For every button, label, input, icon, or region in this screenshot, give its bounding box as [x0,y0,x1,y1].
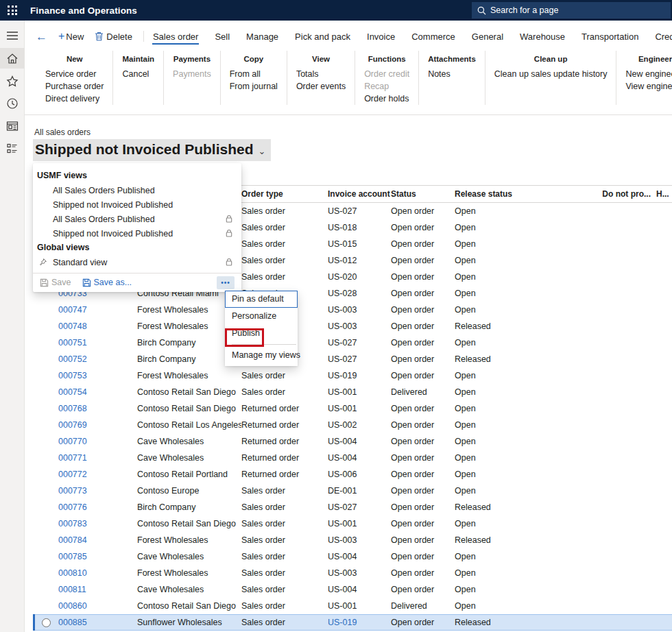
tab-sales-order[interactable]: Sales order [152,28,199,45]
ribbon-item-view-engineering-change-requests[interactable]: View engineering change requests [625,80,672,93]
column-header-do-not-pro[interactable]: Do not pro... [555,189,655,199]
tab-general[interactable]: General [471,28,504,45]
table-row[interactable]: 000751Birch CompanySales orderUS-027Open… [33,335,672,351]
table-row[interactable]: 000810Forest WholesalesSales orderUS-003… [33,565,672,581]
table-row[interactable]: 000753Forest WholesalesSales orderUS-019… [33,367,672,384]
ribbon-group-maintain: MaintainCancel [113,51,164,105]
menu-item-manage-my-views[interactable]: Manage my views [225,347,298,364]
table-row[interactable]: 000769Contoso Retail Los AngelesReturned… [33,417,672,433]
tab-sell[interactable]: Sell [214,28,230,45]
view-selector-title[interactable]: Shipped not Invoiced Published ⌄ [33,139,271,161]
table-row[interactable]: 000773Contoso EuropeSales orderDE-001Ope… [33,483,672,499]
table-row[interactable]: 000752Birch CompanySales orderUS-027Open… [33,351,672,367]
tab-warehouse[interactable]: Warehouse [519,28,566,45]
tab-transportation[interactable]: Transportation [581,28,639,45]
table-row[interactable]: 000748Forest WholesalesSales orderUS-003… [33,318,672,335]
ribbon-item-from-all[interactable]: From all [230,68,278,80]
ribbon-item-new-engineering-change-request[interactable]: New engineering change request [625,68,672,80]
view-item-all-sales-orders-published[interactable]: All Sales Orders Published [33,183,241,197]
delete-button[interactable]: Delete [95,32,132,42]
table-row[interactable]: 000860Contoso Retail San DiegoSales orde… [33,598,672,614]
home-icon[interactable] [0,48,25,69]
save-as-button[interactable]: Save as... [82,278,132,287]
order-number-link[interactable]: 000772 [58,466,137,483]
table-row[interactable]: 000772Contoso Retail PortlandReturned or… [33,466,672,483]
customer-name-cell: Cave Wholesales [137,433,241,450]
order-number-link[interactable]: 000784 [58,532,137,548]
order-number-link[interactable]: 000860 [58,598,137,614]
waffle-menu-icon[interactable] [0,0,25,21]
menu-item-personalize[interactable]: Personalize [225,308,298,325]
order-number-link[interactable]: 000769 [58,417,137,433]
ribbon-item-service-order[interactable]: Service order [45,68,104,80]
table-row[interactable]: 000768Contoso Retail San DiegoReturned o… [33,400,672,417]
ribbon-item-order-holds[interactable]: Order holds [364,93,409,105]
table-row[interactable]: 000811Cave WholesalesSales orderUS-004Op… [33,581,672,598]
order-number-link[interactable]: 000768 [58,400,137,417]
order-number-link[interactable]: 000785 [58,548,137,565]
hamburger-menu-icon[interactable] [0,25,25,46]
order-number-link[interactable]: 000751 [58,335,137,351]
column-header-invoice-account[interactable]: Invoice account [328,189,391,199]
order-number-link[interactable]: 000773 [58,483,137,499]
status-cell: Open order [391,515,455,532]
order-number-link[interactable]: 000810 [58,565,137,581]
ribbon-item-order-events[interactable]: Order events [296,80,346,93]
workspaces-icon[interactable] [0,116,25,136]
recent-clock-icon[interactable] [0,93,25,114]
table-row[interactable]: 000771Cave WholesalesReturned orderUS-00… [33,450,672,466]
table-row[interactable]: 000747Forest WholesalesSales orderUS-003… [33,302,672,318]
table-row[interactable]: 000783Contoso Retail San DiegoSales orde… [33,515,672,532]
back-arrow-icon[interactable]: ← [36,31,47,42]
table-row[interactable]: 000776Birch CompanySales orderUS-027Open… [33,499,672,515]
more-options-button[interactable]: ••• [217,276,235,289]
view-item-shipped-not-invoiced-published[interactable]: Shipped not Invoiced Published [33,226,241,241]
tab-pick-and-pack[interactable]: Pick and pack [294,28,351,45]
hold-cell [655,466,672,483]
column-header-order-type[interactable]: Order type [241,189,328,199]
order-number-link[interactable]: 000754 [58,384,137,400]
order-number-link[interactable]: 000771 [58,450,137,466]
order-number-link[interactable]: 000885 [58,615,137,630]
customer-name-cell: Forest Wholesales [137,565,241,581]
tab-invoice[interactable]: Invoice [366,28,396,45]
column-header-status[interactable]: Status [391,189,455,199]
table-row[interactable]: 000784Forest WholesalesSales orderUS-003… [33,532,672,548]
order-type-cell: Sales order [241,598,328,614]
search-input[interactable]: Search for a page [472,2,671,19]
view-item-standard-view[interactable]: Standard view [33,255,241,269]
new-button[interactable]: + New [58,30,84,42]
view-item-shipped-not-invoiced-published[interactable]: Shipped not Invoiced Published [33,197,241,212]
order-number-link[interactable]: 000770 [58,433,137,450]
order-number-link[interactable]: 000752 [58,351,137,367]
modules-list-icon[interactable] [0,138,25,159]
menu-item-pin-as-default[interactable]: Pin as default [225,291,298,308]
order-number-link[interactable]: 000783 [58,515,137,532]
tab-manage[interactable]: Manage [245,28,279,45]
column-header-release-status[interactable]: Release status [455,189,555,199]
order-number-link[interactable]: 000747 [58,302,137,318]
order-number-link[interactable]: 000776 [58,499,137,515]
table-row[interactable]: 000785Cave WholesalesSales orderUS-004Op… [33,548,672,565]
view-item-all-sales-orders-published[interactable]: All Sales Orders Published [33,212,241,226]
column-header-h[interactable]: H... [655,189,672,199]
table-row[interactable]: 000885Sunflower WholesalesSales orderUS-… [33,614,672,631]
order-number-link[interactable]: 000753 [58,367,137,384]
row-select-cell[interactable] [33,615,58,630]
tab-credit-management[interactable]: Credit management [654,28,672,45]
order-number-link[interactable]: 000748 [58,318,137,335]
ribbon-item-totals[interactable]: Totals [296,68,346,80]
ribbon-item-cancel[interactable]: Cancel [122,68,154,80]
ribbon-item-from-journal[interactable]: From journal [230,80,278,93]
table-row[interactable]: 000754Contoso Retail San DiegoSales orde… [33,384,672,400]
tab-commerce[interactable]: Commerce [411,28,456,45]
ribbon-item-direct-delivery[interactable]: Direct delivery [45,93,104,105]
ribbon-item-notes[interactable]: Notes [428,68,476,80]
ribbon-item-clean-up-sales-update-history[interactable]: Clean up sales update history [494,68,608,80]
row-radio-button[interactable] [42,618,51,627]
favorites-star-icon[interactable] [0,71,25,91]
table-row[interactable]: 000770Cave WholesalesReturned orderUS-00… [33,433,672,450]
order-number-link[interactable]: 000811 [58,581,137,598]
ribbon-item-purchase-order[interactable]: Purchase order [45,80,104,93]
menu-item-publish[interactable]: Publish [225,325,298,342]
